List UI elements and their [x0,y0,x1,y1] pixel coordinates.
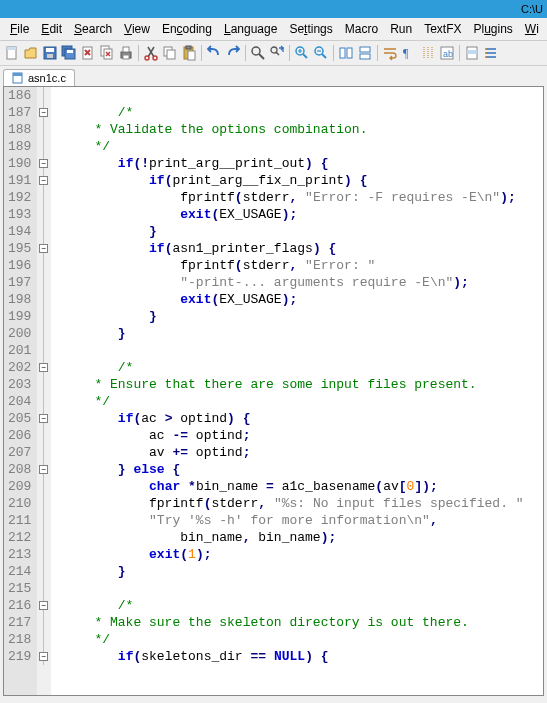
menu-search[interactable]: Search [68,20,118,38]
tab-filename: asn1c.c [28,72,66,84]
code-line[interactable]: } [55,308,543,325]
paste-button[interactable] [180,44,198,62]
menu-edit[interactable]: Edit [35,20,68,38]
code-editor[interactable]: 1861871881891901911921931941951961971981… [3,86,544,696]
code-line[interactable]: } [55,223,543,240]
sync-v-button[interactable] [337,44,355,62]
line-number: 204 [8,393,31,410]
menu-textfx[interactable]: TextFX [418,20,467,38]
indent-guide-button[interactable] [419,44,437,62]
fold-toggle[interactable]: − [39,176,48,185]
code-line[interactable]: } [55,325,543,342]
code-line[interactable]: if(print_arg__fix_n_print) { [55,172,543,189]
svg-text:ab: ab [443,49,453,59]
code-line[interactable]: exit(EX_USAGE); [55,206,543,223]
line-number: 197 [8,274,31,291]
code-line[interactable] [55,342,543,359]
code-line[interactable]: char *bin_name = a1c_basename(av[0]); [55,478,543,495]
fold-toggle[interactable]: − [39,601,48,610]
svg-rect-27 [360,47,370,52]
code-line[interactable]: fprintf(stderr, "%s: No input files spec… [55,495,543,512]
code-line[interactable]: } [55,563,543,580]
fold-toggle[interactable]: − [39,465,48,474]
code-line[interactable]: /* [55,359,543,376]
close-button[interactable] [79,44,97,62]
code-line[interactable]: /* [55,597,543,614]
code-line[interactable]: "Try '%s -h' for more information\n", [55,512,543,529]
func-list-button[interactable] [482,44,500,62]
menu-language[interactable]: Language [218,20,283,38]
file-icon [12,72,24,84]
fold-column[interactable]: −−−−−−−−− [37,87,51,695]
lang-udl-button[interactable]: ab [438,44,456,62]
fold-toggle[interactable]: − [39,108,48,117]
line-number: 198 [8,291,31,308]
close-all-button[interactable] [98,44,116,62]
fold-toggle[interactable]: − [39,652,48,661]
code-line[interactable]: ac -= optind; [55,427,543,444]
menu-run[interactable]: Run [384,20,418,38]
code-line[interactable]: bin_name, bin_name); [55,529,543,546]
code-line[interactable]: */ [55,631,543,648]
line-number: 203 [8,376,31,393]
code-line[interactable] [55,580,543,597]
code-line[interactable]: * Make sure the skeleton directory is ou… [55,614,543,631]
code-line[interactable]: /* [55,104,543,121]
wordwrap-button[interactable] [381,44,399,62]
code-line[interactable]: if(ac > optind) { [55,410,543,427]
code-line[interactable]: } else { [55,461,543,478]
code-line[interactable]: * Ensure that there are some input files… [55,376,543,393]
code-line[interactable] [55,87,543,104]
save-button[interactable] [41,44,59,62]
zoom-in-button[interactable] [293,44,311,62]
menu-plugins[interactable]: Plugins [467,20,518,38]
code-area[interactable]: /* * Validate the options combination. *… [51,87,543,695]
fold-toggle[interactable]: − [39,244,48,253]
zoom-out-button[interactable] [312,44,330,62]
save-all-button[interactable] [60,44,78,62]
svg-point-34 [485,48,487,50]
line-number: 206 [8,427,31,444]
code-line[interactable]: av += optind; [55,444,543,461]
code-line[interactable]: fprintf(stderr, "Error: " [55,257,543,274]
code-line[interactable]: "-print-... arguments require -E\n"); [55,274,543,291]
code-line[interactable]: if(!print_arg__print_out) { [55,155,543,172]
menu-file[interactable]: File [4,20,35,38]
line-number: 199 [8,308,31,325]
show-all-chars-button[interactable]: ¶ [400,44,418,62]
cut-button[interactable] [142,44,160,62]
fold-toggle[interactable]: − [39,363,48,372]
print-button[interactable] [117,44,135,62]
fold-toggle[interactable]: − [39,414,48,423]
menu-macro[interactable]: Macro [339,20,384,38]
menu-settings[interactable]: Settings [283,20,338,38]
find-button[interactable] [249,44,267,62]
undo-button[interactable] [205,44,223,62]
line-number: 210 [8,495,31,512]
line-number: 219 [8,648,31,665]
code-line[interactable]: exit(EX_USAGE); [55,291,543,308]
code-line[interactable]: * Validate the options combination. [55,121,543,138]
code-line[interactable]: if(asn1_printer_flags) { [55,240,543,257]
menu-encoding[interactable]: Encoding [156,20,218,38]
code-line[interactable]: exit(1); [55,546,543,563]
line-number: 202 [8,359,31,376]
fold-toggle[interactable]: − [39,159,48,168]
menu-window[interactable]: Wi [519,20,545,38]
menu-view[interactable]: View [118,20,156,38]
code-line[interactable]: */ [55,138,543,155]
line-number: 200 [8,325,31,342]
code-line[interactable]: fprintf(stderr, "Error: -F requires -E\n… [55,189,543,206]
sync-h-button[interactable] [356,44,374,62]
new-file-button[interactable] [3,44,21,62]
redo-button[interactable] [224,44,242,62]
replace-button[interactable] [268,44,286,62]
line-number: 205 [8,410,31,427]
open-file-button[interactable] [22,44,40,62]
copy-button[interactable] [161,44,179,62]
toolbar: ¶ ab [0,41,547,66]
file-tab[interactable]: asn1c.c [3,69,75,86]
doc-map-button[interactable] [463,44,481,62]
code-line[interactable]: */ [55,393,543,410]
code-line[interactable]: if(skeletons_dir == NULL) { [55,648,543,665]
